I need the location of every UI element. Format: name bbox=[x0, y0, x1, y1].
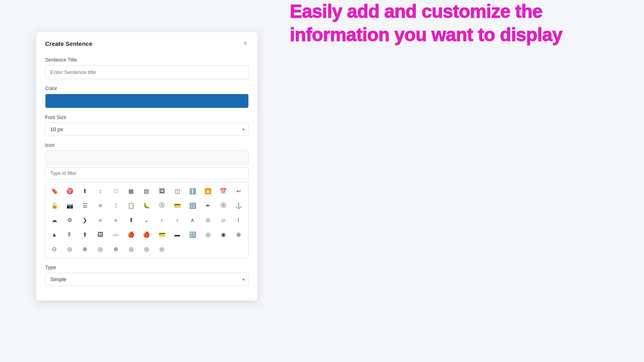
icon-group: Icon 🔖♈⬆↕□▦▧🖼◫ℹ️🔼📅↩🔓📷☰≡⋮📋🐛Ⓐ💳🔢✒ⓐ⚓☁⚙❯«»⬆⌄‹… bbox=[45, 142, 249, 258]
icon-cell[interactable]: ◎ bbox=[62, 242, 77, 256]
icon-cell[interactable]: 🎙 bbox=[62, 227, 77, 242]
icon-cell[interactable]: ⬆ bbox=[78, 227, 92, 242]
icon-cell[interactable]: ⊙ bbox=[201, 213, 215, 227]
icon-grid: 🔖♈⬆↕□▦▧🖼◫ℹ️🔼📅↩🔓📷☰≡⋮📋🐛Ⓐ💳🔢✒ⓐ⚓☁⚙❯«»⬆⌄‹›∧⊙☺⌇… bbox=[45, 182, 248, 258]
icon-cell[interactable]: ⚓ bbox=[231, 198, 246, 213]
color-label: Color bbox=[45, 86, 249, 91]
type-select-wrapper: Simple Complex Advanced ▾ bbox=[45, 273, 249, 286]
icon-cell[interactable]: ⚙ bbox=[62, 213, 77, 227]
icon-cell[interactable]: ✒ bbox=[201, 198, 215, 213]
icon-filter-input[interactable] bbox=[45, 167, 249, 179]
icon-cell[interactable]: Ⓐ bbox=[155, 198, 169, 213]
icon-cell[interactable]: ☁ bbox=[47, 213, 62, 227]
sentence-title-label: Sentence Title bbox=[45, 57, 249, 63]
icon-cell[interactable]: 💳 bbox=[155, 227, 169, 242]
icon-cell[interactable]: 🔖 bbox=[47, 184, 62, 198]
type-label: Type bbox=[45, 265, 249, 270]
icon-cell[interactable]: ⊙ bbox=[47, 242, 62, 256]
icon-cell[interactable]: — bbox=[109, 227, 123, 242]
icon-cell[interactable]: ⊕ bbox=[231, 227, 246, 242]
color-group: Color bbox=[45, 86, 249, 108]
icon-cell[interactable]: ▲ bbox=[47, 227, 62, 242]
icon-cell[interactable]: 📋 bbox=[124, 198, 138, 213]
icon-cell[interactable]: ⊗ bbox=[78, 242, 92, 256]
font-size-select-wrapper: 8 px 10 px 12 px 14 px 16 px ▾ bbox=[45, 123, 249, 136]
icon-cell[interactable]: ‹ bbox=[155, 213, 169, 227]
icon-cell[interactable]: ▦ bbox=[124, 184, 138, 198]
icon-cell[interactable]: ☺ bbox=[216, 213, 231, 227]
modal-close-button[interactable]: × bbox=[242, 39, 249, 47]
icon-cell[interactable]: 🔠 bbox=[185, 227, 200, 242]
icon-cell[interactable]: ☰ bbox=[78, 198, 92, 213]
modal-body: Sentence Title Color Font Size 8 px 10 p… bbox=[36, 53, 258, 286]
promo-text-area: Easily add and customize the information… bbox=[258, 0, 644, 46]
icon-cell[interactable]: 📅 bbox=[216, 184, 231, 198]
icon-cell[interactable]: ℹ️ bbox=[185, 184, 200, 198]
promo-text: Easily add and customize the information… bbox=[290, 0, 612, 46]
icon-cell[interactable]: 🖼 bbox=[155, 184, 169, 198]
icon-cell[interactable]: ▧ bbox=[139, 184, 154, 198]
icon-cell[interactable]: ◎ bbox=[139, 242, 154, 256]
icon-cell[interactable]: 📷 bbox=[62, 198, 77, 213]
icon-cell[interactable]: ▬ bbox=[170, 227, 184, 242]
icon-cell[interactable]: ◎ bbox=[201, 227, 215, 242]
font-size-group: Font Size 8 px 10 px 12 px 14 px 16 px ▾ bbox=[45, 115, 249, 136]
icon-cell[interactable]: ⬆ bbox=[78, 184, 92, 198]
icon-cell[interactable]: □ bbox=[109, 184, 123, 198]
icon-cell[interactable]: ◎ bbox=[124, 242, 138, 256]
sentence-title-group: Sentence Title bbox=[45, 57, 249, 79]
icon-grid-container[interactable]: 🔖♈⬆↕□▦▧🖼◫ℹ️🔼📅↩🔓📷☰≡⋮📋🐛Ⓐ💳🔢✒ⓐ⚓☁⚙❯«»⬆⌄‹›∧⊙☺⌇… bbox=[45, 182, 249, 258]
icon-cell[interactable]: ↩ bbox=[231, 184, 246, 198]
type-group: Type Simple Complex Advanced ▾ bbox=[45, 265, 249, 286]
icon-cell[interactable]: ❯ bbox=[78, 213, 92, 227]
icon-cell[interactable]: ◎ bbox=[155, 242, 169, 256]
icon-cell[interactable]: ↕ bbox=[93, 184, 107, 198]
icon-cell[interactable]: ⊛ bbox=[109, 242, 123, 256]
type-select[interactable]: Simple Complex Advanced bbox=[45, 273, 249, 286]
icon-cell[interactable]: » bbox=[109, 213, 123, 227]
color-input-wrapper[interactable] bbox=[45, 94, 249, 108]
icon-cell[interactable]: ⋮ bbox=[109, 198, 123, 213]
sentence-title-input[interactable] bbox=[45, 65, 249, 79]
modal-title: Create Sentence bbox=[45, 40, 93, 47]
icon-cell[interactable]: « bbox=[93, 213, 107, 227]
icon-cell[interactable]: ⓐ bbox=[216, 198, 231, 213]
color-bar[interactable] bbox=[45, 94, 248, 108]
icon-cell[interactable]: 💳 bbox=[170, 198, 184, 213]
font-size-select[interactable]: 8 px 10 px 12 px 14 px 16 px bbox=[45, 123, 249, 136]
icon-cell[interactable]: 🔢 bbox=[185, 198, 200, 213]
icon-cell[interactable]: ≡ bbox=[93, 198, 107, 213]
icon-cell[interactable]: ◫ bbox=[170, 184, 184, 198]
icon-cell[interactable]: ⬆ bbox=[124, 213, 138, 227]
icon-cell[interactable]: 🍎 bbox=[139, 227, 154, 242]
modal-header: Create Sentence × bbox=[36, 32, 258, 53]
icon-cell[interactable]: ⌄ bbox=[139, 213, 154, 227]
icon-cell[interactable]: ⌇ bbox=[231, 213, 246, 227]
create-sentence-modal: Create Sentence × Sentence Title Color F… bbox=[36, 32, 258, 300]
font-size-label: Font Size bbox=[45, 115, 249, 120]
icon-cell[interactable]: 🖼 bbox=[93, 227, 107, 242]
icon-cell[interactable]: 🔓 bbox=[47, 198, 62, 213]
icon-preview-box bbox=[45, 150, 249, 165]
icon-cell[interactable]: › bbox=[170, 213, 184, 227]
icon-cell[interactable]: ∧ bbox=[185, 213, 200, 227]
icon-cell[interactable]: ◎ bbox=[93, 242, 107, 256]
icon-cell[interactable]: 🐛 bbox=[139, 198, 154, 213]
icon-cell[interactable]: ◉ bbox=[216, 227, 231, 242]
icon-cell[interactable]: 🍎 bbox=[124, 227, 138, 242]
icon-label: Icon bbox=[45, 142, 249, 148]
icon-cell[interactable]: ♈ bbox=[62, 184, 77, 198]
icon-cell[interactable]: 🔼 bbox=[201, 184, 215, 198]
